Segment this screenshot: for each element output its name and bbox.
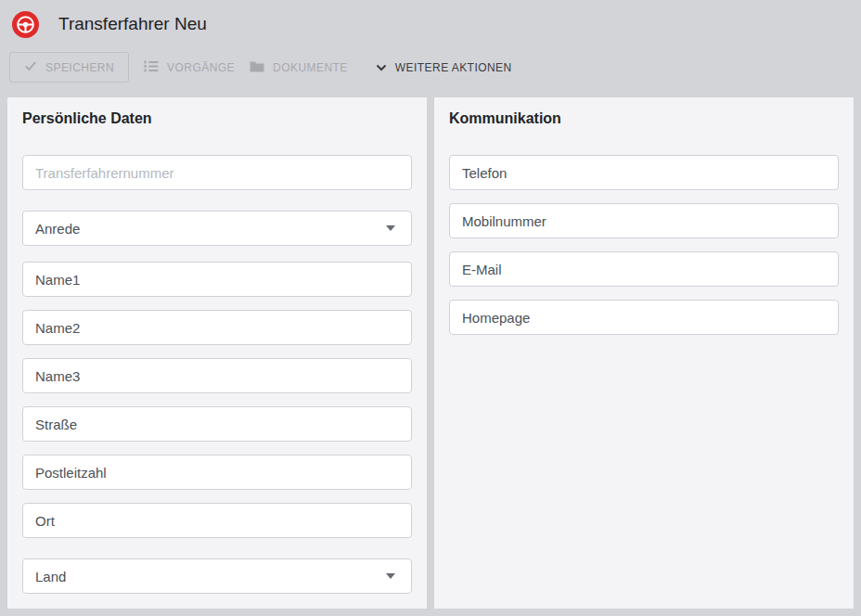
vorgaenge-button[interactable]: VORGÄNGE [144,60,235,75]
folder-icon [250,60,264,75]
chevron-down-icon [376,61,387,74]
land-select-value: Land [35,569,66,584]
page: Transferfahrer Neu SPEICHERN VORGÄNGE [0,0,861,616]
list-icon [144,60,159,75]
email-input[interactable] [449,251,839,287]
mobilnummer-input[interactable] [449,203,839,238]
panel-persoenliche-daten: Persönliche Daten Anrede Land [7,97,427,609]
caret-down-icon [386,573,395,579]
app-header: Transferfahrer Neu [0,0,861,48]
land-select[interactable]: Land [22,558,412,594]
strasse-input[interactable] [22,406,412,442]
ort-input[interactable] [22,503,412,538]
transferfahrernummer-input[interactable] [22,155,412,190]
telefon-input[interactable] [449,155,839,190]
homepage-input[interactable] [449,300,839,335]
postleitzahl-input[interactable] [22,455,412,490]
weitere-aktionen-button-label: WEITERE AKTIONEN [395,61,512,74]
anrede-select[interactable]: Anrede [22,211,412,246]
name2-input[interactable] [22,310,412,345]
panel-title-persoenliche-daten: Persönliche Daten [22,110,412,127]
save-button[interactable]: SPEICHERN [9,52,129,83]
panel-kommunikation: Kommunikation [434,97,854,609]
page-title: Transferfahrer Neu [58,14,207,34]
vorgaenge-button-label: VORGÄNGE [167,61,235,74]
check-icon [24,60,37,74]
dokumente-button[interactable]: DOKUMENTE [250,60,348,75]
toolbar: SPEICHERN VORGÄNGE DOKUMENTE [0,48,861,90]
panel-title-kommunikation: Kommunikation [449,110,839,127]
weitere-aktionen-button[interactable]: WEITERE AKTIONEN [376,61,512,74]
dokumente-button-label: DOKUMENTE [273,61,348,74]
name3-input[interactable] [22,358,412,393]
steering-wheel-icon [12,11,39,38]
name1-input[interactable] [22,262,412,297]
save-button-label: SPEICHERN [45,61,114,74]
main-content: Persönliche Daten Anrede Land [0,90,861,616]
caret-down-icon [386,225,395,231]
anrede-select-value: Anrede [35,221,80,237]
